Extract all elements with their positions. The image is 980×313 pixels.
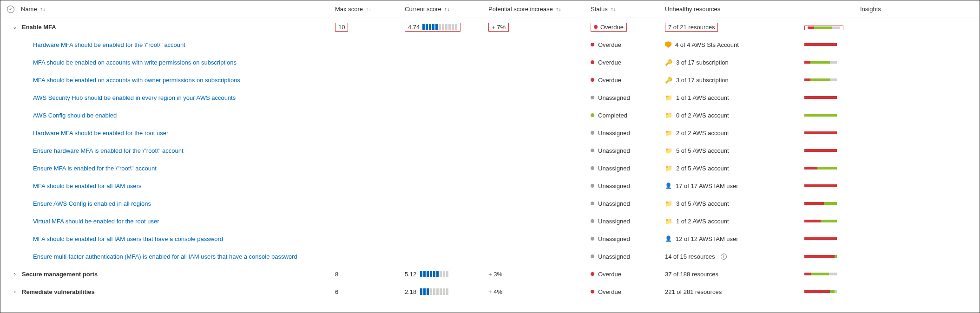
recommendation-row[interactable]: Virtual MFA should be enabled for the ro…: [0, 212, 980, 230]
recommendation-link[interactable]: MFA should be enabled for all IAM users …: [33, 235, 223, 242]
key-icon: 🔑: [665, 77, 672, 83]
status-dot-icon: [591, 43, 594, 46]
recommendation-row[interactable]: Hardware MFA should be enabled for the \…: [0, 36, 980, 53]
recommendation-link[interactable]: MFA should be enabled for all IAM users: [33, 183, 141, 189]
recommendation-row[interactable]: MFA should be enabled on accounts with w…: [0, 53, 980, 71]
health-bar-cell: [804, 114, 860, 117]
status: Unassigned: [591, 235, 665, 242]
name-header-label: Name: [21, 6, 37, 13]
unhealthy-resources: 🔑3 of 17 subscription: [665, 59, 804, 66]
health-bar: [804, 43, 837, 46]
recommendation-link[interactable]: Hardware MFA should be enabled for the r…: [33, 130, 168, 137]
recommendation-link[interactable]: Ensure AWS Config is enabled in all regi…: [33, 200, 151, 207]
sort-icon[interactable]: ↑↓: [366, 6, 371, 13]
sort-icon[interactable]: ↑↓: [611, 6, 616, 13]
key-icon: 🔑: [665, 59, 672, 65]
recommendation-link[interactable]: MFA should be enabled on accounts with o…: [33, 77, 240, 84]
health-bar: [808, 26, 840, 29]
col-status[interactable]: Status ↑↓: [591, 6, 665, 13]
recommendation-link[interactable]: Ensure hardware MFA is enabled for the \…: [33, 147, 184, 154]
shield-icon: [665, 41, 671, 48]
select-all-icon[interactable]: ✓: [7, 6, 14, 13]
group-row[interactable]: ⌄ Enable MFA 10 4.74 + 7% Overdue 7 of 2…: [0, 18, 980, 36]
current-score: 2.18: [405, 288, 488, 295]
chevron-right-icon[interactable]: ›: [12, 271, 18, 277]
recommendation-row[interactable]: AWS Security Hub should be enabled in ev…: [0, 89, 980, 106]
recommendation-row[interactable]: Ensure hardware MFA is enabled for the \…: [0, 142, 980, 159]
score-segbar: [422, 24, 457, 30]
chevron-right-icon[interactable]: ›: [12, 288, 18, 295]
recommendation-link[interactable]: AWS Config should be enabled: [33, 112, 117, 119]
iam-user-icon: 👤: [665, 183, 672, 189]
col-currentscore[interactable]: Current score ↑↓: [405, 6, 488, 13]
col-insights[interactable]: Insights: [860, 6, 971, 13]
recommendation-row[interactable]: Ensure multi-factor authentication (MFA)…: [0, 248, 980, 265]
health-bar: [804, 290, 837, 293]
status-dot-icon: [591, 184, 594, 188]
status-dot-icon: [591, 60, 594, 64]
unhealthy-resources: 221 of 281 resources: [665, 288, 804, 295]
status-dot-icon: [591, 219, 594, 223]
recommendation-row[interactable]: MFA should be enabled for all IAM users …: [0, 230, 980, 248]
recommendation-row[interactable]: MFA should be enabled for all IAM users …: [0, 177, 980, 195]
health-bar-cell: [804, 167, 860, 170]
max-score: 8: [335, 271, 405, 278]
col-maxscore[interactable]: Max score ↑↓: [335, 6, 405, 13]
health-bar-cell: [804, 202, 860, 205]
status-dot-icon: [591, 149, 594, 152]
health-bar-cell: [804, 290, 860, 293]
sort-icon[interactable]: ↑↓: [444, 6, 450, 13]
group-name: Remediate vulnerabilities: [22, 288, 95, 295]
recommendation-row[interactable]: MFA should be enabled on accounts with o…: [0, 71, 980, 89]
score-segbar: [420, 288, 448, 295]
recommendation-link[interactable]: Virtual MFA should be enabled for the ro…: [33, 218, 159, 225]
status: Unassigned: [591, 183, 665, 189]
chevron-down-icon[interactable]: ⌄: [12, 24, 18, 30]
folder-icon: 📁: [665, 218, 672, 224]
status: Overdue: [591, 23, 665, 32]
health-bar: [804, 131, 837, 134]
sort-icon[interactable]: ↑↓: [556, 6, 561, 13]
health-bar: [804, 167, 837, 170]
sort-icon[interactable]: ↑↓: [40, 6, 46, 13]
status: Unassigned: [591, 147, 665, 154]
unhealthy-resources: 📁2 of 5 AWS account: [665, 165, 804, 172]
current-score: 5.12: [405, 271, 488, 278]
recommendation-row[interactable]: Hardware MFA should be enabled for the r…: [0, 124, 980, 142]
recommendation-link[interactable]: Ensure MFA is enabled for the \"root\" a…: [33, 165, 157, 172]
recommendation-row[interactable]: AWS Config should be enabled Completed 📁…: [0, 106, 980, 124]
recommendation-row[interactable]: Ensure AWS Config is enabled in all regi…: [0, 195, 980, 212]
recommendation-row[interactable]: Ensure MFA is enabled for the \"root\" a…: [0, 159, 980, 177]
recommendation-link[interactable]: Hardware MFA should be enabled for the \…: [33, 41, 185, 48]
col-unhealthy[interactable]: Unhealthy resources: [665, 6, 804, 13]
recommendation-link[interactable]: Ensure multi-factor authentication (MFA)…: [33, 253, 297, 260]
unhealthy-resources: 👤17 of 17 AWS IAM user: [665, 183, 804, 189]
status-dot-icon: [591, 237, 594, 241]
info-icon[interactable]: i: [721, 254, 727, 260]
group-row[interactable]: › Remediate vulnerabilities 6 2.18 + 4% …: [0, 283, 980, 300]
health-bar-cell: [804, 43, 860, 46]
unhealthy-resources: 📁1 of 1 AWS account: [665, 94, 804, 101]
status-dot-icon: [591, 78, 594, 82]
col-name[interactable]: ✓ Name ↑↓: [0, 6, 335, 13]
health-bar-cell: [804, 78, 860, 81]
health-bar: [804, 220, 837, 222]
col-potential[interactable]: Potential score increase ↑↓: [488, 6, 591, 13]
status: Overdue: [591, 271, 665, 278]
status: Unassigned: [591, 253, 665, 260]
folder-icon: 📁: [665, 148, 672, 154]
health-bar: [804, 61, 837, 64]
health-bar: [804, 78, 837, 81]
recommendations-table[interactable]: ✓ Name ↑↓ Max score ↑↓ Current score ↑↓ …: [0, 0, 980, 313]
status: Overdue: [591, 41, 665, 48]
status: Overdue: [591, 288, 665, 295]
health-bar: [804, 273, 837, 275]
unhealthy-resources: 7 of 21 resources: [665, 23, 804, 32]
health-bar-cell: [804, 273, 860, 275]
folder-icon: 📁: [665, 201, 672, 207]
recommendation-link[interactable]: AWS Security Hub should be enabled in ev…: [33, 94, 236, 101]
status: Unassigned: [591, 200, 665, 207]
group-row[interactable]: › Secure management ports 8 5.12 + 3% Ov…: [0, 265, 980, 283]
status-dot-icon: [591, 202, 594, 205]
recommendation-link[interactable]: MFA should be enabled on accounts with w…: [33, 59, 237, 66]
